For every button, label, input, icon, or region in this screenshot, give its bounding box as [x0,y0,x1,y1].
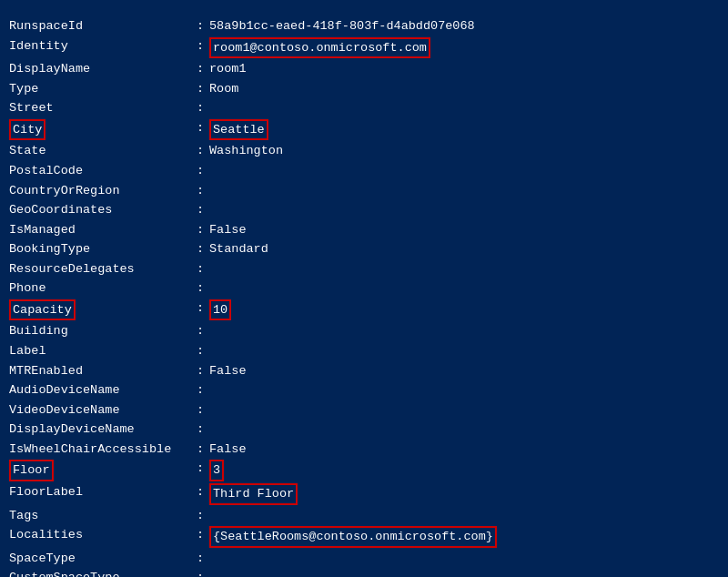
table-row: ResourceDelegates: [9,259,719,279]
prop-name: IsWheelChairAccessible [9,440,191,460]
prop-value: 3 [209,459,719,482]
prop-value: Standard [209,239,719,259]
table-row: City:Seattle [9,118,719,142]
prop-value: 10 [209,299,719,322]
prop-value [209,200,719,220]
prop-value: Seattle [209,118,719,142]
prop-name: State [9,141,191,161]
prop-value: {SeattleRooms@contoso.onmicrosoft.com} [209,525,719,549]
prop-value [209,341,719,361]
prop-value [209,278,719,299]
prop-name: DisplayDeviceName [9,420,191,440]
prop-colon: : [191,220,209,240]
prop-colon: : [191,36,209,60]
table-row: Street: [9,98,719,118]
table-row: Building: [9,321,719,341]
table-row: Capacity:10 [9,299,719,322]
prop-colon: : [191,380,209,400]
table-row: Floor:3 [9,459,719,482]
terminal-window: RunspaceId:58a9b1cc-eaed-418f-803f-d4abd… [0,0,728,577]
prop-colon: : [191,482,209,506]
table-row: CustomSpaceType: [9,568,719,577]
prop-name: SpaceType [9,549,191,569]
highlight-value: Seattle [209,119,268,141]
prop-colon: : [191,299,209,322]
table-row: CountryOrRegion: [9,181,719,201]
prop-value: 58a9b1cc-eaed-418f-803f-d4abdd07e068 [209,16,719,36]
prop-name: Identity [9,36,191,60]
prop-name: GeoCoordinates [9,200,191,220]
table-row: Localities:{SeattleRooms@contoso.onmicro… [9,525,719,549]
prop-value [209,380,719,400]
highlight-value: 10 [209,299,231,321]
prop-value: room1 [209,59,719,79]
prop-name: MTREnabled [9,361,191,381]
prop-colon: : [191,16,209,36]
prop-colon: : [191,118,209,142]
prop-name: VideoDeviceName [9,400,191,420]
table-row: SpaceType: [9,549,719,569]
prop-colon: : [191,321,209,341]
prop-colon: : [191,440,209,460]
prop-colon: : [191,400,209,420]
prop-value [209,568,719,577]
prop-name: PostalCode [9,161,191,181]
prop-name: Tags [9,506,191,526]
prop-value: False [209,361,719,381]
prop-colon: : [191,98,209,118]
prop-name: Capacity [9,299,191,322]
table-row: DisplayName:room1 [9,59,719,79]
prop-value: False [209,220,719,240]
table-row: IsManaged:False [9,220,719,240]
table-row: MTREnabled:False [9,361,719,381]
table-row: VideoDeviceName: [9,400,719,420]
table-row: FloorLabel:Third Floor [9,482,719,506]
table-row: AudioDeviceName: [9,380,719,400]
prop-name: DisplayName [9,59,191,79]
prop-colon: : [191,161,209,181]
prop-colon: : [191,181,209,201]
table-row: PostalCode: [9,161,719,181]
prop-colon: : [191,568,209,577]
table-row: State:Washington [9,141,719,161]
prop-name: FloorLabel [9,482,191,506]
highlight-value: Third Floor [209,483,298,505]
prop-value [209,161,719,181]
table-row: BookingType:Standard [9,239,719,259]
prop-colon: : [191,239,209,259]
prop-colon: : [191,200,209,220]
highlight-name: Floor [9,460,54,481]
prop-name: AudioDeviceName [9,380,191,400]
properties-table: RunspaceId:58a9b1cc-eaed-418f-803f-d4abd… [9,16,719,577]
prop-name: Street [9,98,191,118]
highlight-value: {SeattleRooms@contoso.onmicrosoft.com} [209,526,497,548]
table-row: Identity:room1@contoso.onmicrosoft.com [9,36,719,60]
prop-name: ResourceDelegates [9,259,191,279]
table-row: RunspaceId:58a9b1cc-eaed-418f-803f-d4abd… [9,16,719,36]
prop-name: Floor [9,459,191,482]
prop-value [209,321,719,341]
prop-name: CountryOrRegion [9,181,191,201]
prop-value: room1@contoso.onmicrosoft.com [209,36,719,60]
highlight-value: room1@contoso.onmicrosoft.com [209,37,430,59]
prop-name: BookingType [9,239,191,259]
prop-value: False [209,440,719,460]
prop-colon: : [191,141,209,161]
prop-colon: : [191,549,209,569]
prop-name: RunspaceId [9,16,191,36]
highlight-name: Capacity [9,299,76,321]
prop-name: Phone [9,278,191,299]
table-row: Tags: [9,506,719,526]
prop-colon: : [191,259,209,279]
prop-colon: : [191,459,209,482]
prop-name: IsManaged [9,220,191,240]
prop-name: City [9,118,191,142]
prop-colon: : [191,278,209,299]
prop-value: Third Floor [209,482,719,506]
table-row: GeoCoordinates: [9,200,719,220]
prop-value: Room [209,79,719,99]
prop-name: Localities [9,525,191,549]
prop-colon: : [191,525,209,549]
highlight-value: 3 [209,460,224,481]
table-row: Type:Room [9,79,719,99]
